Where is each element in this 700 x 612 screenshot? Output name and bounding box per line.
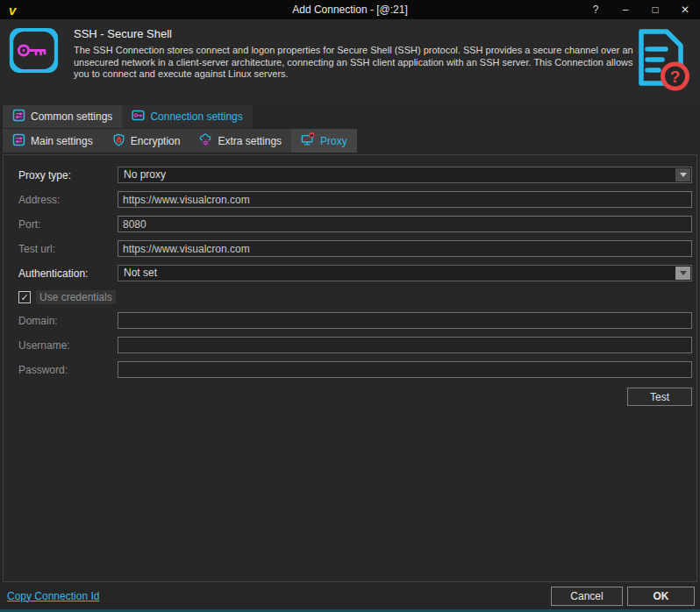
tab-proxy[interactable]: Proxy [291,129,357,153]
password-label: Password: [18,364,118,376]
ok-button[interactable]: OK [627,587,695,606]
key-card-icon [132,109,145,125]
document-help-icon: ? [635,27,691,105]
password-input[interactable] [118,361,692,378]
tab-label: Proxy [320,135,347,147]
use-credentials-row: ✓ Use credentials [18,290,692,304]
username-input[interactable] [118,337,692,353]
address-label: Address: [18,194,118,206]
domain-input[interactable] [118,312,692,329]
tab-encryption[interactable]: Encryption [103,129,190,153]
proxy-type-label: Proxy type: [18,169,118,181]
username-label: Username: [18,339,118,352]
window-controls: ? – □ ✕ [581,0,700,19]
port-row: Port: [18,216,692,232]
connection-header: SSH - Secure Shell The SSH Connection st… [0,19,700,105]
port-input[interactable] [118,216,692,232]
tab-extra-settings[interactable]: Extra settings [189,129,291,153]
tab-label: Extra settings [218,135,282,147]
use-credentials-checkbox[interactable]: ✓ [18,291,31,303]
tab-connection-settings[interactable]: Connection settings [122,105,252,128]
port-label: Port: [18,218,118,231]
monitor-lock-icon [301,132,315,149]
chevron-down-icon[interactable] [675,267,690,280]
authentication-value: Not set [124,267,157,279]
address-input[interactable] [118,191,692,208]
maximize-button[interactable]: □ [640,0,670,19]
domain-row: Domain: [18,312,692,329]
svg-text:?: ? [670,68,681,86]
proxy-type-dropdown[interactable]: No proxy [118,167,692,183]
test-button[interactable]: Test [627,388,692,406]
tab-label: Encryption [131,135,181,147]
password-row: Password: [18,361,692,378]
authentication-label: Authentication: [18,267,118,280]
primary-tab-bar: Common settings Connection settings [3,105,253,128]
copy-connection-id-link[interactable]: Copy Connection Id [7,590,99,602]
cancel-button[interactable]: Cancel [551,587,623,606]
test-url-row: Test url: [18,240,692,257]
authentication-row: Authentication: Not set [18,265,692,281]
proxy-type-row: Proxy type: No proxy [18,167,692,183]
test-url-input[interactable] [118,240,692,257]
sliders-icon [12,133,25,149]
chevron-down-icon[interactable] [675,168,690,181]
titlebar: v Add Connection - [@:21] ? – □ ✕ [0,0,700,19]
test-url-label: Test url: [18,243,118,255]
header-text: SSH - Secure Shell The SSH Connection st… [74,27,633,105]
secondary-tab-bar: Main settings Encryption Ex [3,129,357,153]
authentication-dropdown[interactable]: Not set [118,265,692,281]
dialog-footer: Copy Connection Id Cancel OK [0,582,700,612]
domain-label: Domain: [18,315,118,327]
use-credentials-label: Use credentials [36,290,116,304]
tab-label: Common settings [31,110,112,123]
username-row: Username: [18,337,692,353]
shield-lock-icon [112,133,125,149]
add-connection-window: v Add Connection - [@:21] ? – □ ✕ SSH - … [0,0,700,612]
minimize-button[interactable]: – [611,0,640,19]
test-button-row: Test [4,388,692,406]
proxy-type-value: No proxy [124,168,166,181]
tab-label: Main settings [31,135,93,147]
connection-type-title: SSH - Secure Shell [74,27,633,40]
help-button[interactable]: ? [581,0,611,19]
footer-buttons: Cancel OK [551,587,695,606]
proxy-settings-panel: Proxy type: No proxy Address: Port: Test… [3,154,697,582]
address-row: Address: [18,191,692,208]
tab-common-settings[interactable]: Common settings [3,105,122,128]
tab-main-settings[interactable]: Main settings [3,129,103,153]
sliders-icon [12,109,25,125]
cloud-gear-icon [199,133,212,149]
connection-description: The SSH Connection stores connect and lo… [74,45,633,81]
ssh-key-card-icon [9,27,59,105]
close-button[interactable]: ✕ [670,0,700,19]
visualcron-logo-icon: v [9,4,16,17]
tab-label: Connection settings [150,110,242,123]
